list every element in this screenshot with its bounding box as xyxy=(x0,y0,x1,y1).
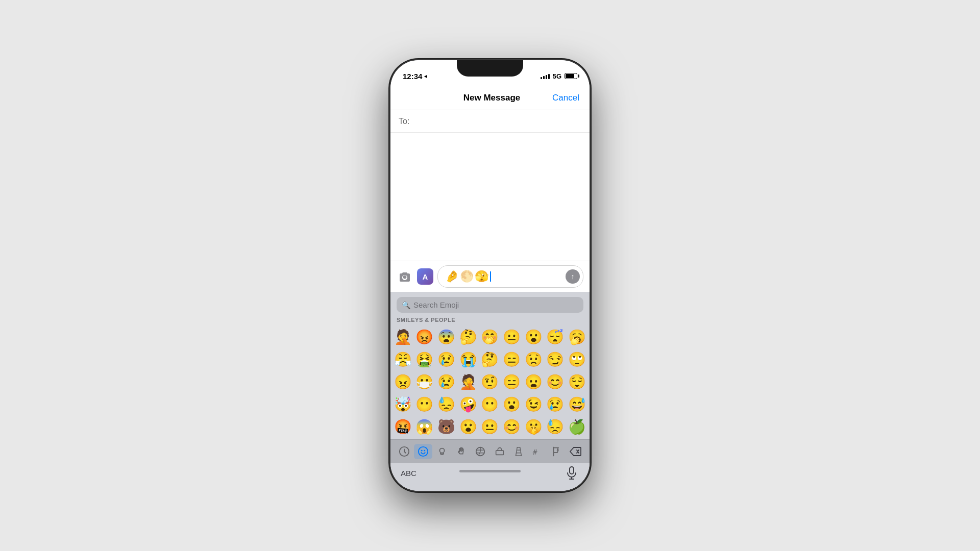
svg-point-3 xyxy=(424,450,425,452)
emoji-cell[interactable]: 😦 xyxy=(523,371,544,392)
emoji-cell[interactable]: 🤦 xyxy=(458,371,479,392)
svg-rect-8 xyxy=(570,467,574,474)
emoji-cell[interactable]: 🤨 xyxy=(480,371,501,392)
emoji-cell[interactable]: 😓 xyxy=(545,416,566,437)
emoji-cell[interactable]: 😴 xyxy=(545,326,566,347)
emoji-cell[interactable]: 🙄 xyxy=(567,348,587,370)
objects-emoji-tab[interactable] xyxy=(433,444,451,459)
home-indicator-area xyxy=(459,470,521,477)
emoji-category-label: SMILEYS & PEOPLE xyxy=(390,317,590,326)
emoji-cell[interactable]: 😭 xyxy=(458,348,479,370)
battery-fill xyxy=(566,74,574,78)
svg-point-2 xyxy=(421,450,423,452)
emoji-cell[interactable]: 😢 xyxy=(436,348,457,370)
emoji-cell[interactable]: 🤯 xyxy=(393,393,413,415)
emoji-cell[interactable]: 😶 xyxy=(480,393,501,415)
emoji-cell[interactable]: 😅 xyxy=(567,393,587,415)
send-button[interactable]: ↑ xyxy=(566,269,580,284)
emoji-cell[interactable]: 😢 xyxy=(545,393,566,415)
time-display: 12:34 xyxy=(403,72,422,81)
sports-emoji-tab[interactable] xyxy=(471,444,489,459)
emoji-cell[interactable]: 🤪 xyxy=(458,393,479,415)
emoji-cell[interactable]: 😌 xyxy=(567,371,587,392)
5g-label: 5G xyxy=(553,72,561,80)
appstore-button[interactable]: A xyxy=(417,268,433,285)
emoji-cell[interactable]: 🤭 xyxy=(480,326,501,347)
emoji-cell[interactable]: 🤔 xyxy=(480,348,501,370)
emoji-cell[interactable]: 😐 xyxy=(501,326,522,347)
emoji-cell[interactable]: 😮 xyxy=(501,393,522,415)
smiley-emoji-tab[interactable] xyxy=(414,444,432,459)
emoji-cell[interactable]: 🍏 xyxy=(567,416,587,437)
to-field: To: xyxy=(390,110,590,133)
emoji-cell[interactable]: 😟 xyxy=(523,348,544,370)
battery-icon xyxy=(565,73,577,79)
status-right: 5G xyxy=(541,72,577,80)
emoji-cell[interactable]: 🥱 xyxy=(567,326,587,347)
travel-emoji-tab[interactable] xyxy=(491,444,509,459)
emoji-cell[interactable]: 🤦 xyxy=(393,326,413,347)
emoji-grid: 🤦 😡 😨 🤔 🤭 😐 😮 😴 🥱 😤 🤮 😢 😭 🤔 😑 😟 😏 🙄 xyxy=(390,326,590,437)
emoji-cell[interactable]: 😤 xyxy=(393,348,413,370)
typed-emojis: 🤌🌕🫣 xyxy=(445,270,489,283)
search-icon: 🔍 xyxy=(402,301,410,309)
emoji-cell[interactable]: 😮 xyxy=(458,416,479,437)
emoji-cell[interactable]: 🤔 xyxy=(458,326,479,347)
emoji-cell[interactable]: 😷 xyxy=(414,371,435,392)
emoji-cell[interactable]: 😊 xyxy=(501,416,522,437)
emoji-cell[interactable]: 😊 xyxy=(545,371,566,392)
to-input[interactable] xyxy=(413,117,581,126)
appstore-icon: A xyxy=(423,272,428,281)
emoji-toolbar: # xyxy=(390,439,590,463)
svg-rect-6 xyxy=(496,450,503,455)
symbols-emoji-tab[interactable]: # xyxy=(528,444,547,459)
send-arrow-icon: ↑ xyxy=(571,272,575,281)
delete-emoji-button[interactable] xyxy=(567,444,585,459)
emoji-cell[interactable]: 😑 xyxy=(501,371,522,392)
phone-screen: 12:34 ◂ 5G New Message Cancel xyxy=(390,60,590,491)
recent-emoji-tab[interactable] xyxy=(395,444,413,459)
message-text-input[interactable]: 🤌🌕🫣 ↑ xyxy=(437,265,583,288)
emoji-cell[interactable]: 😱 xyxy=(414,416,435,437)
svg-point-1 xyxy=(419,447,428,456)
emoji-cell[interactable]: 🤮 xyxy=(414,348,435,370)
signal-bars xyxy=(541,73,550,79)
hand-emoji-tab[interactable] xyxy=(452,444,471,459)
emoji-cell[interactable]: 🤫 xyxy=(523,416,544,437)
emoji-cell[interactable]: 🤬 xyxy=(393,416,413,437)
emoji-cell[interactable]: 😮 xyxy=(523,326,544,347)
microphone-button[interactable] xyxy=(564,465,579,481)
bar1 xyxy=(541,77,542,79)
status-time: 12:34 ◂ xyxy=(403,72,427,81)
emoji-cell[interactable]: 😡 xyxy=(414,326,435,347)
home-bar xyxy=(459,470,521,472)
keyboard-bottom-bar: ABC xyxy=(390,463,590,491)
emoji-cell[interactable]: 😉 xyxy=(523,393,544,415)
bar2 xyxy=(543,76,545,79)
emoji-cell[interactable]: 😑 xyxy=(501,348,522,370)
text-cursor xyxy=(490,271,491,282)
message-body[interactable] xyxy=(390,133,590,261)
objects2-emoji-tab[interactable] xyxy=(509,444,528,459)
emoji-search-inner[interactable]: 🔍 Search Emoji xyxy=(397,297,583,313)
camera-button[interactable] xyxy=(397,268,413,285)
cancel-button[interactable]: Cancel xyxy=(552,93,579,103)
emoji-cell[interactable]: 😏 xyxy=(545,348,566,370)
abc-label[interactable]: ABC xyxy=(401,469,416,478)
bar4 xyxy=(548,74,550,79)
bar3 xyxy=(546,75,547,79)
emoji-cell[interactable]: 😐 xyxy=(480,416,501,437)
emoji-cell[interactable]: 😓 xyxy=(436,393,457,415)
emoji-cell[interactable]: 😠 xyxy=(393,371,413,392)
emoji-cell[interactable]: 🐻 xyxy=(436,416,457,437)
compose-area: To: A 🤌🌕🫣 ↑ xyxy=(390,110,590,292)
emoji-cell[interactable]: 😨 xyxy=(436,326,457,347)
emoji-keyboard: 🔍 Search Emoji SMILEYS & PEOPLE 🤦 😡 😨 🤔 … xyxy=(390,292,590,491)
svg-text:#: # xyxy=(533,447,537,456)
emoji-search-area: 🔍 Search Emoji xyxy=(390,292,590,317)
flags-emoji-tab[interactable] xyxy=(548,444,566,459)
emoji-cell[interactable]: 😢 xyxy=(436,371,457,392)
emoji-cell[interactable]: 😶 xyxy=(414,393,435,415)
notch xyxy=(457,60,523,77)
search-emoji-placeholder: Search Emoji xyxy=(413,300,459,309)
